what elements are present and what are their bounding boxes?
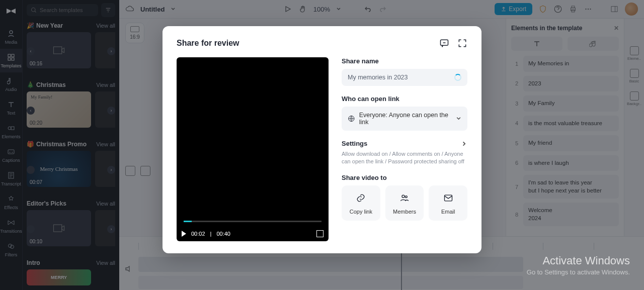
progress-bar[interactable] (184, 221, 321, 222)
chevron-right-icon (461, 141, 467, 147)
share-modal: Share for review 00:02 | 00:40 (163, 26, 481, 253)
svg-point-24 (402, 195, 405, 198)
comment-icon[interactable] (439, 38, 449, 48)
expand-icon[interactable] (457, 38, 467, 48)
modal-overlay[interactable]: Share for review 00:02 | 00:40 (0, 0, 644, 290)
settings-row[interactable]: Settings (342, 140, 467, 147)
svg-point-25 (405, 196, 407, 198)
email-icon (443, 192, 454, 204)
play-icon[interactable] (182, 231, 186, 237)
share-to-label: Share video to (342, 174, 467, 181)
settings-desc: Allow download on / Allow comments on / … (342, 150, 467, 166)
share-email[interactable]: Email (429, 185, 467, 221)
share-name-label: Share name (342, 57, 467, 65)
share-members[interactable]: Members (385, 185, 424, 221)
loading-spinner-icon (454, 74, 461, 81)
chevron-down-icon (456, 116, 461, 122)
link-icon (355, 192, 366, 204)
modal-title: Share for review (177, 39, 239, 48)
members-icon (399, 192, 410, 204)
who-label: Who can open link (342, 95, 467, 103)
svg-rect-26 (444, 195, 452, 201)
fullscreen-icon[interactable] (316, 230, 324, 237)
share-name-input[interactable]: My memories in 2023 (342, 69, 467, 86)
video-preview[interactable]: 00:02 | 00:40 (177, 57, 329, 241)
who-select[interactable]: Everyone: Anyone can open the link (342, 107, 467, 131)
time-current: 00:02 (191, 231, 205, 237)
share-copy-link[interactable]: Copy link (342, 185, 380, 221)
globe-icon (348, 115, 355, 123)
time-total: 00:40 (216, 231, 230, 237)
